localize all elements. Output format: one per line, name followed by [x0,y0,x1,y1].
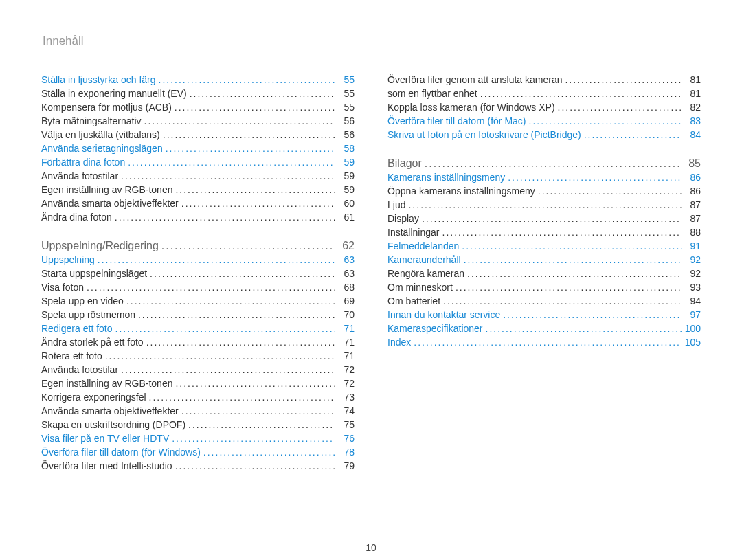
toc-entry[interactable]: Kameraspecifikationer100 [387,322,701,335]
toc-entry-page: 71 [335,322,355,335]
toc-dot-leader [142,114,335,128]
toc-entry-page: 86 [682,170,701,184]
toc-entry[interactable]: Rengöra kameran92 [387,267,701,280]
toc-dot-leader [581,128,682,142]
toc-entry[interactable]: Överföra filer till datorn (för Windows)… [41,445,355,459]
toc-entry[interactable]: Koppla loss kameran (för Windows XP)82 [387,100,701,114]
toc-entry-label: Skriva ut foton på en fotoskrivare (Pict… [387,128,581,142]
toc-entry[interactable]: Visa filer på en TV eller HDTV76 [41,432,355,445]
toc-entry[interactable]: Ändra storlek på ett foto71 [41,335,355,349]
toc-entry[interactable]: Ställa in ljusstyrka och färg55 [41,73,355,87]
toc-dot-leader [172,459,335,473]
toc-dot-leader [562,73,682,87]
toc-dot-leader [172,377,335,390]
toc-entry-label: Bilagor [387,157,422,170]
toc-entry-page: 100 [682,322,701,335]
toc-entry-label: Använda fotostilar [41,169,118,183]
toc-entry[interactable]: Använda serietagningslägen58 [41,142,355,155]
toc-dot-leader [163,142,335,155]
toc-dot-leader [118,169,335,183]
toc-entry-page: 61 [335,210,355,224]
toc-dot-leader [535,184,682,198]
toc-entry[interactable]: Index105 [387,335,701,349]
toc-dot-leader [84,280,335,294]
toc-entry[interactable]: Om minneskort93 [387,280,701,294]
toc-entry[interactable]: Visa foton68 [41,280,355,294]
toc-dot-leader [144,335,335,349]
toc-entry[interactable]: Ändra dina foton61 [41,210,355,224]
toc-entry-label: Uppspelning [41,253,95,267]
toc-entry-page: 69 [335,294,355,308]
toc-entry[interactable]: Felmeddelanden91 [387,239,701,253]
toc-dot-leader [405,198,682,212]
page-title: Innehåll [43,34,701,48]
toc-entry-label: Ställa in exponering manuellt (EV) [41,87,187,100]
toc-entry-label: Överföra filer genom att ansluta kameran [387,73,562,87]
toc-entry[interactable]: Uppspelning/Redigering62 [41,239,355,253]
toc-dot-leader [453,280,682,294]
toc-entry[interactable]: Egen inställning av RGB-tonen59 [41,183,355,197]
toc-page: Innehåll Ställa in ljusstyrka och färg55… [0,0,742,560]
toc-entry[interactable]: Redigera ett foto71 [41,322,355,335]
toc-entry[interactable]: Överföra filer genom att ansluta kameran… [387,73,701,87]
toc-entry[interactable]: Bilagor85 [387,157,701,170]
toc-dot-leader [125,155,335,169]
toc-entry[interactable]: Kamerans inställningsmeny86 [387,170,701,184]
toc-entry-page: 59 [335,183,355,197]
toc-entry[interactable]: Välja en ljuskälla (vitbalans)56 [41,128,355,142]
toc-entry[interactable]: Om batteriet94 [387,294,701,308]
toc-entry[interactable]: Använda fotostilar72 [41,363,355,377]
toc-dot-leader [159,239,335,253]
toc-entry-page: 93 [682,280,701,294]
toc-dot-leader [95,253,335,267]
toc-entry-page: 88 [682,225,701,239]
toc-entry-page: 76 [335,432,355,445]
toc-entry-page: 81 [682,73,701,87]
toc-dot-leader [124,294,335,308]
toc-entry[interactable]: Använda smarta objektiveffekter74 [41,404,355,418]
toc-entry-page: 87 [682,198,701,212]
page-number: 10 [0,542,742,553]
toc-entry[interactable]: Överföra filer till datorn (för Mac)83 [387,114,701,128]
toc-entry[interactable]: Använda fotostilar59 [41,169,355,183]
toc-entry[interactable]: Kameraunderhåll92 [387,253,701,267]
toc-entry[interactable]: Inställningar88 [387,225,701,239]
toc-dot-leader [169,432,335,445]
toc-entry[interactable]: som en flyttbar enhet81 [387,87,701,100]
toc-entry[interactable]: Egen inställning av RGB-tonen72 [41,377,355,390]
toc-dot-leader [505,170,682,184]
toc-entry[interactable]: Spela upp röstmemon70 [41,308,355,322]
toc-entry[interactable]: Kompensera för motljus (ACB)55 [41,100,355,114]
toc-entry-page: 55 [335,100,355,114]
toc-entry-label: Koppla loss kameran (för Windows XP) [387,100,555,114]
toc-entry[interactable]: Rotera ett foto71 [41,349,355,363]
toc-entry[interactable]: Ljud87 [387,198,701,212]
toc-dot-leader [186,418,335,432]
toc-entry[interactable]: Byta mätningsalternativ56 [41,114,355,128]
toc-dot-leader [179,404,335,418]
toc-entry[interactable]: Korrigera exponeringsfel73 [41,390,355,404]
toc-dot-leader [464,267,682,280]
toc-entry-page: 60 [335,197,355,210]
toc-entry[interactable]: Innan du kontaktar service97 [387,308,701,322]
toc-entry-page: 56 [335,114,355,128]
toc-entry-page: 85 [682,157,701,170]
toc-entry[interactable]: Använda smarta objektiveffekter60 [41,197,355,210]
toc-entry[interactable]: Överföra filer med Intelli-studio79 [41,459,355,473]
toc-entry[interactable]: Förbättra dina foton59 [41,155,355,169]
toc-entry[interactable]: Skapa en utskriftsordning (DPOF)75 [41,418,355,432]
toc-entry[interactable]: Display87 [387,212,701,225]
toc-entry-label: Korrigera exponeringsfel [41,390,146,404]
toc-dot-leader [172,100,335,114]
toc-dot-leader [440,294,682,308]
toc-entry[interactable]: Skriva ut foton på en fotoskrivare (Pict… [387,128,701,142]
toc-entry[interactable]: Spela upp en video69 [41,294,355,308]
toc-entry[interactable]: Ställa in exponering manuellt (EV)55 [41,87,355,100]
toc-entry[interactable]: Öppna kamerans inställningsmeny86 [387,184,701,198]
toc-entry[interactable]: Uppspelning63 [41,253,355,267]
toc-entry[interactable]: Starta uppspelningsläget63 [41,267,355,280]
toc-entry-page: 55 [335,87,355,100]
toc-entry-page: 87 [682,212,701,225]
toc-entry-label: Byta mätningsalternativ [41,114,142,128]
toc-entry-label: Ändra storlek på ett foto [41,335,144,349]
